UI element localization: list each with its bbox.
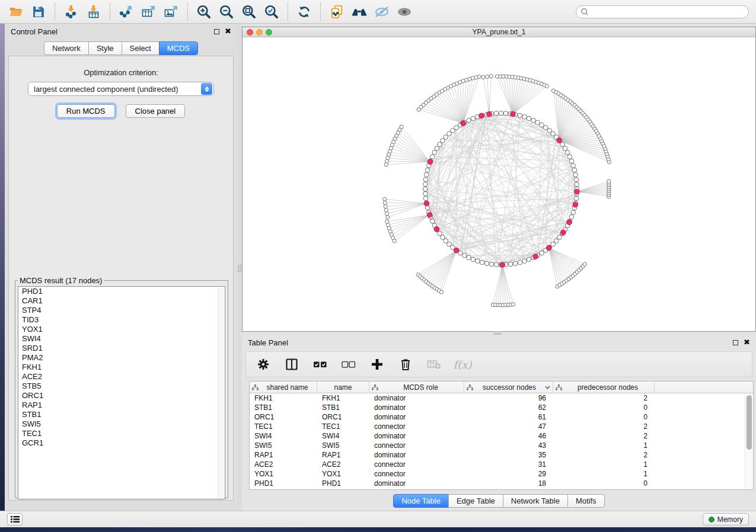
table-cell: 29 (464, 469, 553, 479)
table-cell: SWI4 (317, 431, 369, 441)
tab-mcds[interactable]: MCDS (159, 41, 198, 55)
optimization-criterion-label: Optimization criterion: (9, 68, 233, 77)
mcds-result-list[interactable]: PHD1CAR1STP4TID3YOX1SWI4SRD1PMA2FKH1ACE2… (18, 286, 225, 499)
mcds-result-item[interactable]: SWI5 (18, 419, 225, 429)
table-row[interactable]: FKH1FKH1dominator962 (250, 393, 753, 403)
table-row[interactable]: ORC1ORC1dominator610 (250, 412, 753, 422)
table-cell: 1 (553, 460, 655, 469)
table-row[interactable]: ACE2ACE2connector311 (250, 460, 753, 469)
table-cell: SWI5 (317, 441, 369, 450)
mcds-result-item[interactable]: YOX1 (18, 325, 225, 334)
import-table-icon[interactable] (82, 2, 105, 21)
table-scrollbar-thumb[interactable] (747, 395, 752, 450)
split-columns-icon[interactable] (284, 357, 299, 372)
zoom-fit-icon[interactable] (238, 2, 260, 21)
search-input[interactable] (576, 5, 749, 18)
control-panel: Control Panel ✖ NetworkStyleSelectMCDS O… (5, 24, 237, 511)
mcds-result-item[interactable]: STB1 (18, 410, 225, 419)
run-mcds-button[interactable]: Run MCDS (57, 104, 115, 118)
table-cell: PHD1 (250, 479, 317, 488)
open-icon[interactable] (5, 2, 27, 21)
table-scrollbar-track[interactable] (745, 394, 752, 489)
splitter-handle[interactable] (238, 265, 241, 272)
table-row[interactable]: TEC1TEC1connector472 (250, 422, 753, 431)
close-panel-icon[interactable]: ✖ (744, 339, 750, 345)
mcds-result-item[interactable]: STB5 (18, 382, 225, 391)
table-row[interactable]: PHD1PHD1dominator180 (250, 479, 753, 488)
list-scrollbar-track[interactable] (218, 287, 224, 499)
tab-motifs[interactable]: Motifs (567, 494, 605, 508)
close-panel-icon[interactable]: ✖ (225, 28, 231, 34)
mcds-result-item[interactable]: ACE2 (18, 372, 225, 382)
toolbar-separator (187, 3, 188, 21)
network-window-titlebar[interactable]: YPA_prune.txt_1 (243, 27, 755, 37)
export-image-icon[interactable] (160, 2, 183, 21)
mcds-result-item[interactable]: FKH1 (18, 363, 225, 372)
export-table-icon[interactable] (138, 2, 160, 21)
delete-column-icon[interactable] (398, 357, 413, 372)
mcds-result-item[interactable]: PMA2 (18, 353, 225, 363)
column-header-predecessor-nodes[interactable]: predecessor nodes (553, 382, 655, 393)
table-panel-title: Table Panel (248, 338, 288, 347)
criterion-select[interactable]: largest connected component (undirected) (28, 82, 214, 96)
export-network-icon[interactable] (115, 2, 138, 21)
table-row[interactable]: SWI5SWI5connector431 (250, 441, 753, 450)
mcds-result-item[interactable]: ORC1 (18, 391, 225, 400)
mcds-result-item[interactable]: SWI4 (18, 334, 225, 344)
tab-style[interactable]: Style (88, 41, 122, 55)
tab-network[interactable]: Network (44, 41, 89, 55)
mcds-result-item[interactable]: TEC1 (18, 429, 225, 438)
network-canvas[interactable] (243, 37, 755, 331)
table-panel-header: Table Panel ✖ (242, 335, 756, 350)
tab-network-table[interactable]: Network Table (503, 494, 568, 508)
show-eye-icon[interactable] (393, 2, 416, 21)
mcds-result-item[interactable]: GCR1 (18, 438, 225, 448)
task-history-button[interactable] (7, 513, 23, 525)
mcds-result-item[interactable]: TID3 (18, 315, 225, 325)
mcds-result-item[interactable]: CAR1 (18, 296, 225, 306)
import-network-icon[interactable] (60, 2, 82, 21)
table-cell: 47 (464, 422, 553, 431)
tab-node-table[interactable]: Node Table (393, 494, 449, 508)
delete-table-icon[interactable] (426, 357, 442, 372)
table-cell: FKH1 (250, 393, 317, 403)
column-header-shared-name[interactable]: shared name (250, 382, 317, 393)
control-panel-tabs: NetworkStyleSelectMCDS (5, 41, 237, 55)
refresh-layout-icon[interactable] (293, 2, 315, 21)
table-cell: RAP1 (250, 450, 317, 460)
float-panel-icon[interactable] (733, 340, 738, 345)
settings-gear-icon[interactable] (256, 357, 271, 372)
float-panel-icon[interactable] (214, 29, 219, 34)
deselect-all-icon[interactable] (341, 357, 356, 372)
column-header-MCDS-role[interactable]: MCDS role (369, 382, 464, 393)
column-header-name[interactable]: name (317, 382, 369, 393)
close-panel-button[interactable]: Close panel (126, 104, 186, 118)
mcds-result-item[interactable]: PHD1 (18, 287, 225, 296)
toolbar-separator (55, 3, 55, 21)
column-header-successor-nodes[interactable]: successor nodes (464, 382, 553, 393)
select-all-icon[interactable] (312, 357, 328, 372)
search-network-icon[interactable] (348, 2, 371, 21)
table-row[interactable]: SWI4SWI4dominator462 (250, 431, 753, 441)
add-column-icon[interactable] (369, 357, 385, 372)
mcds-result-item[interactable]: SRD1 (18, 344, 225, 353)
zoom-selected-icon[interactable] (260, 2, 283, 21)
vertical-splitter[interactable] (237, 24, 242, 511)
hide-panels-icon[interactable] (371, 2, 393, 21)
zoom-in-icon[interactable] (193, 2, 215, 21)
table-cell: 2 (553, 393, 655, 403)
table-row[interactable]: YOX1YOX1connector291 (250, 469, 753, 479)
memory-button[interactable]: Memory (703, 513, 749, 525)
table-row[interactable]: RAP1RAP1dominator352 (250, 450, 753, 460)
duplicate-network-icon[interactable] (326, 2, 348, 21)
tab-select[interactable]: Select (122, 41, 160, 55)
function-builder-icon[interactable]: f(x) (455, 357, 470, 372)
table-cell: ORC1 (250, 412, 317, 422)
save-icon[interactable] (27, 2, 50, 21)
zoom-out-icon[interactable] (215, 2, 238, 21)
mcds-result-item[interactable]: RAP1 (18, 400, 225, 410)
table-row[interactable]: STB1STB1dominator620 (250, 403, 753, 412)
table-cell: dominator (369, 431, 464, 441)
tab-edge-table[interactable]: Edge Table (448, 494, 503, 508)
mcds-result-item[interactable]: STP4 (18, 306, 225, 315)
